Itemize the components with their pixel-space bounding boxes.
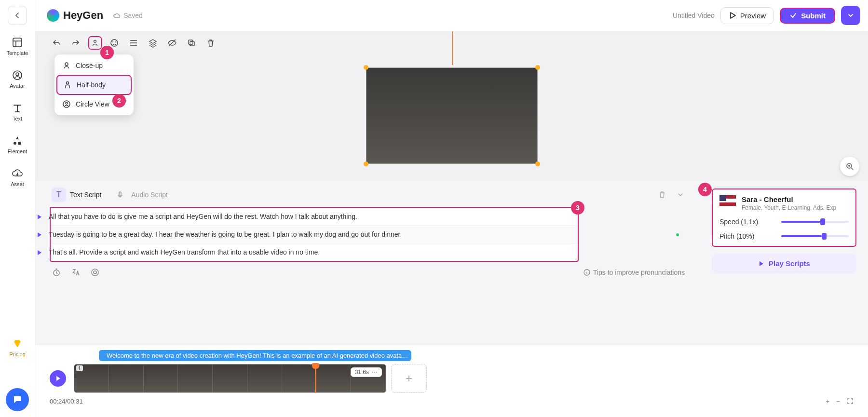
submit-dropdown[interactable]: [841, 6, 860, 25]
svg-point-11: [65, 63, 68, 66]
playhead-indicator: [452, 31, 453, 65]
delete-button[interactable]: [204, 36, 217, 50]
sidebar-pricing[interactable]: Pricing: [6, 336, 29, 359]
play-scripts-label: Play Scripts: [769, 259, 810, 268]
sidebar-label: Avatar: [10, 83, 25, 89]
back-button[interactable]: [8, 6, 27, 25]
copy-button[interactable]: [185, 36, 198, 50]
play-icon: [758, 260, 765, 267]
svg-point-18: [92, 269, 98, 276]
submit-button[interactable]: Submit: [780, 8, 835, 24]
script-collapse-button[interactable]: [676, 190, 685, 199]
diamond-icon: [12, 338, 23, 350]
script-line[interactable]: That's all. Provide a script and watch H…: [51, 243, 578, 261]
annotation-marker-1: 1: [100, 46, 114, 59]
sidebar-template[interactable]: Template: [6, 35, 29, 58]
sidebar-label: Element: [8, 148, 27, 154]
zoom-button[interactable]: [840, 157, 859, 176]
tip-label: Tips to improve pronunciations: [593, 269, 685, 276]
view-option-label: Circle View: [76, 100, 109, 108]
avatar-icon: [12, 69, 23, 81]
sidebar-asset[interactable]: Asset: [6, 166, 29, 189]
pronunciation-tip[interactable]: Tips to improve pronunciations: [583, 269, 685, 276]
active-indicator: [676, 233, 679, 236]
mic-icon: [113, 188, 127, 202]
script-text: That's all. Provide a script and watch H…: [49, 248, 320, 256]
play-icon: [729, 12, 736, 19]
undo-button[interactable]: [50, 36, 63, 50]
svg-point-8: [115, 41, 116, 42]
tab-audio-script[interactable]: Audio Script: [113, 188, 167, 202]
svg-point-2: [16, 73, 19, 76]
timer-button[interactable]: [52, 268, 61, 277]
resize-handle[interactable]: [364, 161, 368, 166]
zoom-in-button[interactable]: +: [826, 398, 830, 405]
chat-help-button[interactable]: [6, 388, 29, 411]
play-line-icon[interactable]: [36, 214, 43, 220]
annotation-marker-3: 3: [571, 201, 584, 215]
sidebar-element[interactable]: Element: [6, 133, 29, 156]
script-line[interactable]: Tuesday is going to be a great day. I he…: [51, 226, 578, 243]
sidebar-label: Asset: [11, 181, 24, 187]
avatar-view-button[interactable]: [88, 36, 102, 50]
visibility-button[interactable]: [165, 36, 179, 50]
layers-button[interactable]: [146, 36, 160, 50]
speed-label: Speed (1.1x): [719, 218, 758, 226]
timeline-caption[interactable]: Welcome to the new era of video creation…: [99, 350, 411, 361]
cloud-icon: [113, 12, 121, 19]
circleview-icon: [62, 100, 71, 108]
timeline-play-button[interactable]: [50, 370, 66, 387]
svg-rect-9: [189, 40, 193, 44]
zoom-out-button[interactable]: −: [836, 398, 840, 405]
sidebar-text[interactable]: Text: [6, 100, 29, 123]
voice-meta: Female, Youth, E-Learning, Ads, Exp: [742, 204, 836, 211]
script-text: All that you have to do is give me a scr…: [49, 213, 357, 220]
more-icon[interactable]: ⋯: [372, 369, 378, 376]
align-button[interactable]: [127, 36, 140, 50]
check-icon: [789, 12, 797, 19]
svg-point-7: [112, 41, 113, 42]
logo-mark-icon: [47, 9, 59, 22]
translate-button[interactable]: [71, 268, 81, 277]
svg-rect-10: [190, 41, 194, 46]
speed-slider[interactable]: [781, 221, 849, 223]
preview-button[interactable]: Preview: [720, 7, 774, 24]
script-line[interactable]: All that you have to do is give me a scr…: [51, 208, 578, 226]
svg-rect-16: [119, 192, 121, 196]
video-canvas[interactable]: [366, 67, 538, 164]
play-scripts-button[interactable]: Play Scripts: [712, 254, 856, 273]
tab-label: Text Script: [70, 191, 101, 199]
video-clip[interactable]: 1 31.6s ⋯: [74, 364, 386, 393]
logo: HeyGen: [47, 9, 103, 22]
clip-duration[interactable]: 31.6s ⋯: [351, 367, 382, 377]
timeline-time: 00:24/00:31: [50, 398, 83, 405]
saved-label: Saved: [123, 12, 143, 19]
tab-text-script[interactable]: T Text Script: [52, 188, 101, 202]
caption-text: Welcome to the new era of video creation…: [107, 352, 408, 359]
view-option-halfbody[interactable]: Half-body: [56, 75, 132, 95]
script-text: Tuesday is going to be a great day. I he…: [49, 230, 402, 238]
resize-handle[interactable]: [535, 65, 540, 70]
timeline-playhead[interactable]: [315, 364, 316, 393]
video-title[interactable]: Untitled Video: [673, 12, 715, 19]
ai-button[interactable]: [90, 268, 100, 277]
play-line-icon[interactable]: [36, 249, 43, 256]
zoom-fit-button[interactable]: [847, 398, 854, 405]
redo-button[interactable]: [69, 36, 82, 50]
chevron-down-icon: [847, 12, 854, 19]
script-delete-button[interactable]: [658, 190, 666, 199]
info-icon: [583, 269, 590, 276]
svg-point-14: [66, 102, 68, 104]
text-icon: [12, 102, 23, 114]
script-editor[interactable]: 3 All that you have to do is give me a s…: [50, 207, 579, 262]
closeup-icon: [62, 61, 71, 70]
add-clip-button[interactable]: +: [391, 364, 427, 393]
svg-point-19: [94, 271, 96, 274]
sidebar-avatar[interactable]: Avatar: [6, 67, 29, 91]
pitch-slider[interactable]: [781, 235, 849, 237]
svg-point-5: [94, 40, 96, 42]
sidebar-label: Pricing: [9, 351, 26, 357]
preview-label: Preview: [740, 12, 766, 20]
play-line-icon[interactable]: [36, 231, 43, 238]
view-option-closeup[interactable]: Close-up: [56, 56, 132, 75]
